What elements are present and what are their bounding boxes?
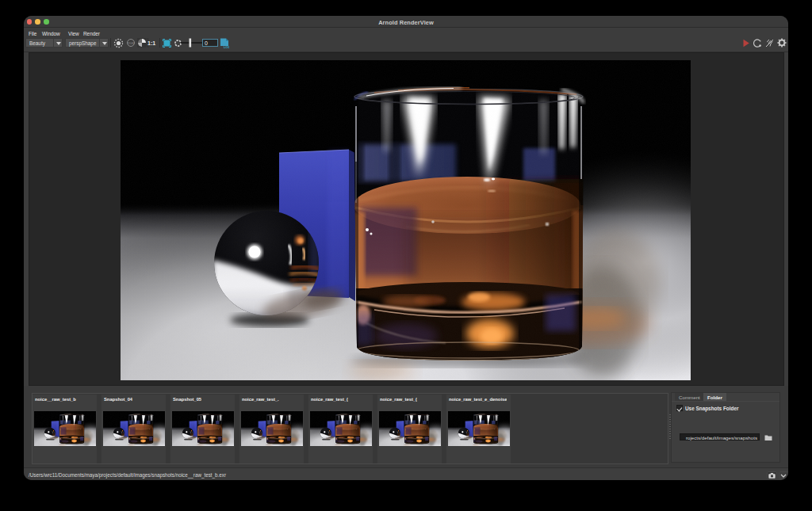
svg-text:LOG: LOG (224, 45, 229, 48)
svg-text:RGB: RGB (128, 42, 134, 45)
